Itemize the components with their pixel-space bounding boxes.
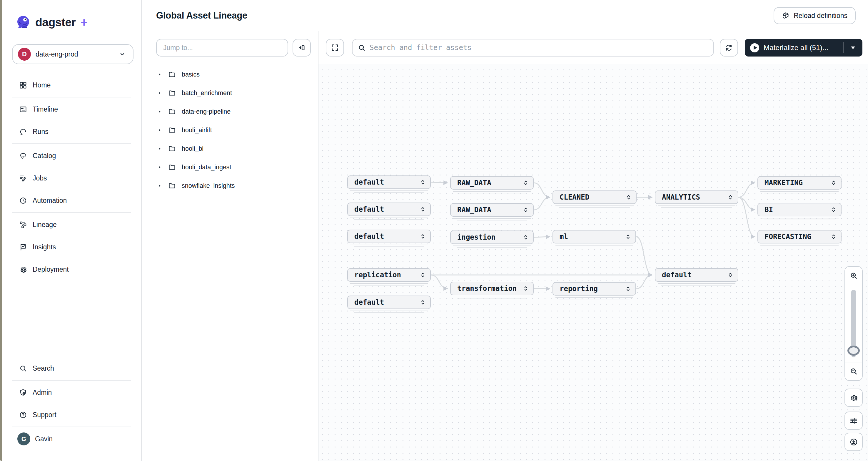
sort-chevrons-icon[interactable]: [625, 233, 631, 240]
sidebar-item-label: Insights: [33, 243, 56, 251]
graph-node-forecasting[interactable]: FORECASTING: [757, 230, 841, 243]
materialize-all-button[interactable]: Materialize all (51)...: [745, 39, 862, 57]
graph-node-replication[interactable]: replication: [347, 268, 431, 282]
sort-chevrons-icon[interactable]: [728, 271, 733, 279]
download-button[interactable]: [844, 433, 863, 451]
sidebar-item-timeline[interactable]: Timeline: [12, 98, 131, 120]
tree-folder-batch-enrichment[interactable]: batch_enrichment: [142, 87, 318, 99]
sidebar-item-lineage[interactable]: Lineage: [12, 213, 131, 236]
user-menu[interactable]: G Gavin: [12, 428, 131, 450]
tree-folder-hooli-data-ingest[interactable]: hooli_data_ingest: [142, 161, 318, 173]
panel-resize-divider[interactable]: [318, 31, 318, 461]
sort-chevrons-icon[interactable]: [831, 179, 836, 186]
refresh-button[interactable]: [720, 39, 738, 57]
sort-chevrons-icon[interactable]: [420, 205, 426, 213]
caret-right-icon[interactable]: [158, 109, 162, 114]
dagster-logo[interactable]: dagster +: [16, 15, 88, 30]
tree-folder-hooli-bi[interactable]: hooli_bi: [142, 143, 318, 154]
sidebar-item-automation[interactable]: Automation: [12, 189, 131, 212]
sidebar-item-catalog[interactable]: Catalog: [12, 145, 131, 167]
graph-node-cleaned[interactable]: CLEANED: [553, 191, 637, 204]
brand-plus-badge: +: [80, 15, 88, 29]
graph-node-default_3[interactable]: default: [347, 230, 431, 243]
sort-chevrons-icon[interactable]: [523, 233, 528, 241]
lineage-graph-canvas[interactable]: defaultRAW_DATAdefaultRAW_DATAdefaulting…: [318, 64, 868, 461]
zoom-slider-thumb[interactable]: [847, 346, 860, 355]
caret-right-icon[interactable]: [158, 183, 162, 189]
sort-chevrons-icon[interactable]: [626, 194, 631, 201]
materialize-caret-icon[interactable]: [844, 39, 862, 57]
graph-node-ml[interactable]: ml: [553, 230, 636, 243]
collapse-panel-icon: [298, 44, 306, 52]
tree-folder-snowflake-insights[interactable]: snowflake_insights: [142, 180, 318, 192]
sidebar-item-label: Home: [33, 81, 51, 89]
sidebar-item-admin[interactable]: Admin: [12, 381, 131, 404]
sort-chevrons-icon[interactable]: [523, 285, 528, 292]
sidebar-item-label: Catalog: [33, 152, 56, 160]
sort-chevrons-icon[interactable]: [420, 233, 426, 240]
graph-node-bi[interactable]: BI: [757, 203, 841, 217]
edge-raw_data_2-to-cleaned: [534, 197, 550, 210]
sidebar-item-deployment[interactable]: Deployment: [12, 258, 131, 281]
sidebar-item-home[interactable]: Home: [12, 74, 131, 96]
sidebar-item-runs[interactable]: Runs: [12, 120, 131, 143]
sidebar-item-jobs[interactable]: Jobs: [12, 167, 131, 189]
sidebar-item-search[interactable]: Search: [12, 357, 131, 379]
sort-chevrons-icon[interactable]: [523, 206, 528, 214]
caret-right-icon[interactable]: [158, 90, 162, 96]
sort-chevrons-icon[interactable]: [831, 233, 836, 240]
asset-search[interactable]: [352, 39, 714, 57]
graph-node-label: default: [354, 178, 384, 186]
tree-folder-basics[interactable]: basics: [142, 68, 318, 80]
fullscreen-button[interactable]: [326, 39, 344, 57]
graph-node-label: ANALYTICS: [662, 193, 700, 201]
user-name: Gavin: [35, 435, 53, 443]
graph-settings-button[interactable]: [844, 388, 863, 407]
graph-node-raw_data_2[interactable]: RAW_DATA: [450, 203, 534, 217]
zoom-in-button[interactable]: [845, 267, 862, 285]
workspace-switcher[interactable]: D data-eng-prod: [12, 44, 133, 64]
search-icon: [19, 365, 27, 372]
caret-right-icon[interactable]: [158, 165, 162, 170]
caret-right-icon[interactable]: [158, 127, 162, 133]
graph-node-analytics[interactable]: ANALYTICS: [655, 191, 738, 204]
graph-node-label: ingestion: [457, 233, 495, 241]
folder-icon: [168, 145, 176, 152]
sort-chevrons-icon[interactable]: [420, 271, 426, 279]
graph-node-transformation[interactable]: transformation: [450, 282, 534, 295]
caret-right-icon[interactable]: [158, 146, 162, 151]
zoom-slider[interactable]: [845, 285, 862, 362]
collapse-panel-button[interactable]: [292, 39, 311, 57]
sidebar-item-label: Support: [33, 411, 57, 419]
graph-node-default_2[interactable]: default: [347, 203, 431, 216]
tree-folder-data-eng-pipeline[interactable]: data-eng-pipeline: [142, 106, 318, 117]
graph-node-default_1[interactable]: default: [347, 175, 431, 189]
jump-to-input[interactable]: [156, 39, 288, 57]
sort-chevrons-icon[interactable]: [625, 285, 631, 293]
zoom-out-button[interactable]: [845, 362, 862, 380]
reload-definitions-button[interactable]: Reload definitions: [774, 7, 856, 24]
graph-node-default_4[interactable]: default: [347, 295, 431, 309]
download-icon: [849, 438, 858, 446]
graph-node-marketing[interactable]: MARKETING: [757, 176, 841, 190]
sort-chevrons-icon[interactable]: [728, 194, 733, 201]
graph-node-reporting[interactable]: reporting: [553, 282, 636, 295]
sidebar-item-label: Deployment: [33, 265, 69, 273]
graph-filters-button[interactable]: [844, 411, 863, 430]
graph-node-raw_data_1[interactable]: RAW_DATA: [450, 176, 534, 190]
workspace-avatar: D: [18, 48, 31, 61]
graph-node-ingestion[interactable]: ingestion: [450, 231, 534, 244]
sidebar-item-support[interactable]: Support: [12, 404, 131, 426]
sidebar-item-insights[interactable]: Insights: [12, 236, 131, 258]
sort-chevrons-icon[interactable]: [420, 298, 426, 306]
brand-name: dagster: [35, 16, 75, 29]
caret-right-icon[interactable]: [158, 72, 162, 77]
sort-chevrons-icon[interactable]: [523, 179, 528, 186]
sort-chevrons-icon[interactable]: [831, 206, 836, 213]
tree-folder-hooli-airlift[interactable]: hooli_airlift: [142, 124, 318, 136]
sort-chevrons-icon[interactable]: [420, 178, 426, 186]
reload-cube-icon: [782, 12, 790, 20]
asset-search-input[interactable]: [370, 44, 708, 52]
graph-node-default_5[interactable]: default: [655, 268, 738, 282]
page-header: Global Asset Lineage Reload definitions: [142, 0, 868, 31]
